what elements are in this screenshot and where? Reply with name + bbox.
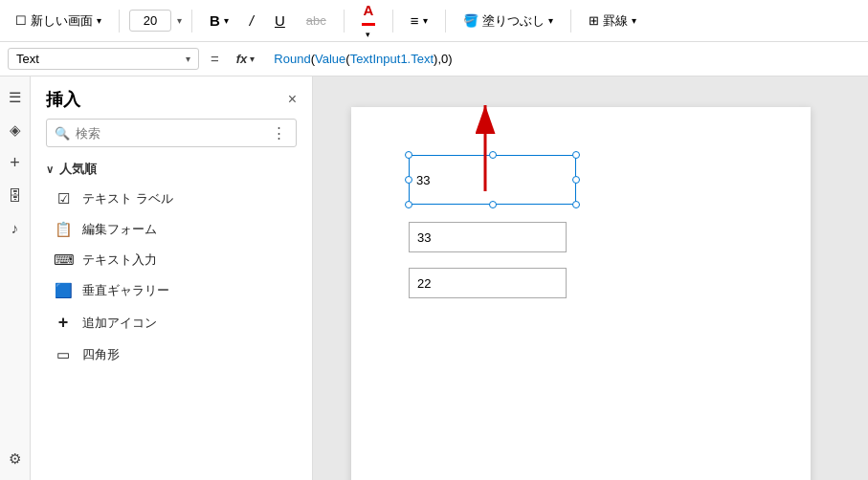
canvas-area: 33 33 22: [313, 76, 868, 480]
border-button[interactable]: ⊞ 罫線 ▾: [581, 9, 644, 33]
list-item[interactable]: 🟦 垂直ギャラリー: [46, 275, 297, 306]
tools-icon: ⚙: [9, 450, 21, 468]
list-item[interactable]: ⌨ テキスト入力: [46, 245, 297, 275]
handle-bottom-center[interactable]: [489, 201, 497, 208]
add-icon-button[interactable]: +: [2, 149, 29, 176]
search-icon: 🔍: [55, 126, 70, 141]
list-item[interactable]: ▭ 四角形: [46, 339, 297, 370]
separator-6: [570, 10, 571, 33]
italic-icon: /: [250, 12, 254, 29]
border-label: 罫線: [603, 12, 628, 30]
rectangle-icon: ▭: [54, 346, 73, 363]
insert-panel-header: 挿入 ×: [31, 76, 312, 119]
font-color-icon: A: [363, 2, 373, 18]
formula-func-value: Value: [315, 52, 345, 66]
textbox2-value: 22: [417, 276, 431, 291]
toolbar: ☐ 新しい画面 ▾ 20 ▾ B ▾ / U abc A ▾ ≡ ▾ 🪣 塗りつ…: [0, 0, 868, 42]
bold-button[interactable]: B ▾: [202, 9, 236, 33]
fill-chevron-icon: ▾: [548, 15, 553, 26]
chevron-down-icon: ▾: [97, 15, 101, 26]
fx-chevron-icon: ▾: [250, 54, 255, 64]
menu-icon: ☰: [9, 89, 21, 106]
text-input-icon: ⌨: [54, 251, 73, 269]
sidebar-icons: ☰ ◈ + 🗄 ♪ ⚙: [0, 76, 31, 480]
insert-search-box[interactable]: 🔍 ⋮: [46, 119, 297, 147]
text-input-text: テキスト入力: [82, 251, 157, 269]
strikethrough-icon: abc: [306, 13, 326, 28]
handle-middle-right[interactable]: [572, 176, 580, 184]
separator-4: [392, 10, 393, 33]
rectangle-text: 四角形: [82, 346, 120, 363]
fill-icon: 🪣: [463, 13, 479, 28]
font-size-input[interactable]: 20: [129, 10, 171, 32]
handle-bottom-left[interactable]: [405, 201, 412, 208]
canvas-white: 33 33 22: [351, 107, 811, 480]
section-popular-label: 人気順: [59, 161, 97, 178]
bold-icon: B: [210, 12, 220, 29]
edit-form-icon: 📋: [54, 221, 73, 238]
menu-icon-button[interactable]: ☰: [2, 84, 29, 111]
add-icon: +: [10, 153, 20, 173]
fill-button[interactable]: 🪣 塗りつぶし ▾: [456, 9, 561, 33]
equals-sign: =: [207, 51, 223, 67]
name-box-value: Text: [16, 52, 39, 66]
italic-button[interactable]: /: [242, 9, 261, 33]
insert-panel-title: 挿入: [46, 88, 80, 111]
tools-icon-button[interactable]: ⚙: [2, 446, 29, 472]
gallery-text: 垂直ギャラリー: [82, 282, 169, 299]
text-label-text: テキスト ラベル: [82, 190, 173, 207]
media-icon-button[interactable]: ♪: [2, 214, 29, 241]
handle-top-center[interactable]: [489, 151, 497, 159]
fx-label: fx: [236, 52, 248, 66]
fx-button[interactable]: fx ▾: [231, 49, 261, 69]
separator-2: [191, 10, 192, 33]
handle-top-left[interactable]: [405, 151, 412, 159]
formula-bar: Text ▾ = fx ▾ Round(Value(TextInput1.Tex…: [0, 42, 868, 76]
element-value: 33: [416, 173, 430, 187]
screen-icon: ☐: [15, 13, 27, 28]
separator-3: [344, 10, 345, 33]
border-icon: ⊞: [589, 13, 599, 28]
underline-icon: U: [275, 12, 285, 29]
database-icon: 🗄: [8, 187, 22, 204]
new-screen-button[interactable]: ☐ 新しい画面 ▾: [8, 9, 109, 33]
align-button[interactable]: ≡ ▾: [403, 9, 435, 33]
handle-bottom-right[interactable]: [572, 201, 580, 208]
insert-panel-close-button[interactable]: ×: [288, 91, 297, 108]
handle-top-right[interactable]: [572, 151, 580, 159]
search-input[interactable]: [76, 126, 264, 141]
layers-icon-button[interactable]: ◈: [2, 117, 29, 143]
new-screen-label: 新しい画面: [31, 12, 93, 30]
border-chevron-icon: ▾: [632, 15, 636, 26]
font-size-chevron-icon: ▾: [177, 15, 182, 26]
bold-chevron-icon: ▾: [224, 15, 229, 26]
align-icon: ≡: [411, 12, 419, 29]
underline-button[interactable]: U: [267, 9, 293, 33]
list-item[interactable]: ☑ テキスト ラベル: [46, 184, 297, 214]
formula-display: Round(Value(TextInput1.Text),0): [268, 49, 860, 69]
font-color-button[interactable]: A ▾: [354, 0, 383, 43]
list-item[interactable]: + 追加アイコン: [46, 306, 297, 339]
align-chevron-icon: ▾: [423, 15, 428, 26]
separator-5: [445, 10, 446, 33]
name-box[interactable]: Text ▾: [8, 48, 199, 70]
edit-form-text: 編集フォーム: [82, 221, 157, 238]
textbox-1[interactable]: 33: [409, 222, 567, 252]
database-icon-button[interactable]: 🗄: [2, 182, 29, 208]
formula-func-round: Round: [274, 52, 310, 66]
font-color-bar: [362, 23, 375, 26]
list-item[interactable]: 📋 編集フォーム: [46, 214, 297, 245]
name-box-chevron-icon: ▾: [186, 54, 190, 64]
textbox-2[interactable]: 22: [409, 268, 567, 298]
insert-popular-section: ∨ 人気順 ☑ テキスト ラベル 📋 編集フォーム ⌨ テキスト入力 🟦 垂直ギ…: [31, 155, 312, 374]
main-layout: ☰ ◈ + 🗄 ♪ ⚙ 挿入 × 🔍 ⋮ ∨: [0, 76, 868, 480]
font-color-chevron-icon: ▾: [366, 30, 370, 39]
more-options-icon[interactable]: ⋮: [270, 124, 288, 142]
gallery-icon: 🟦: [54, 282, 73, 299]
element-content: 33: [409, 155, 576, 205]
strikethrough-button[interactable]: abc: [299, 10, 334, 32]
insert-section-header[interactable]: ∨ 人気順: [46, 161, 297, 178]
handle-middle-left[interactable]: [405, 176, 412, 184]
add-item-icon: +: [54, 313, 73, 333]
selected-element[interactable]: 33: [409, 155, 576, 205]
